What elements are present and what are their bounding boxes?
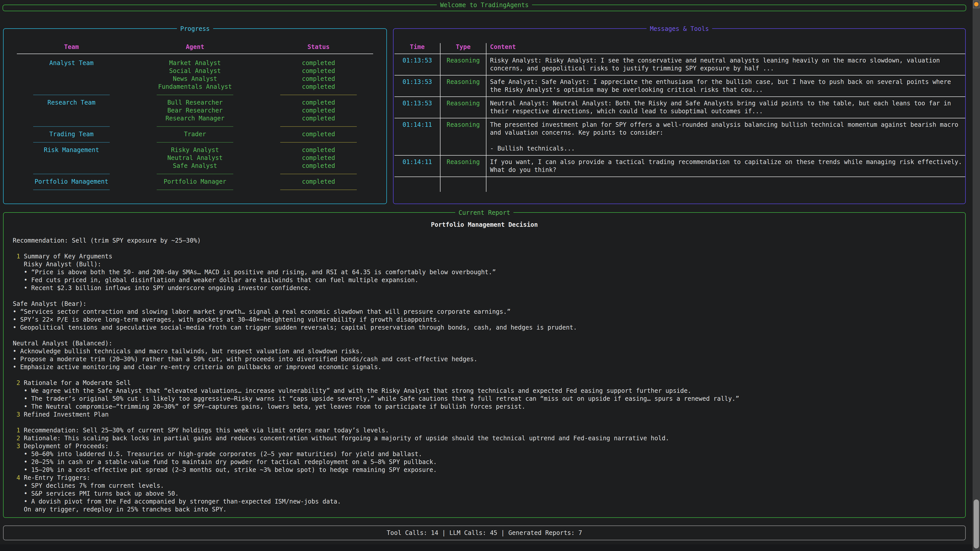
- progress-cell-team: [10, 106, 133, 114]
- message-type: Reasoning: [441, 118, 487, 156]
- report-line: Recommendation: Sell (trim SPY exposure …: [13, 237, 965, 245]
- report-line-number: 2: [13, 435, 20, 442]
- report-line: • S&P services PMI turns back up above 5…: [13, 490, 965, 498]
- progress-header-status: Status: [257, 43, 380, 51]
- footer-stats-text: Tool Calls: 14 | LLM Calls: 45 | Generat…: [387, 529, 582, 537]
- messages-panel: Messages & Tools Time Type Content 01:13…: [393, 28, 966, 204]
- progress-cell-agent: News Analyst: [133, 75, 257, 83]
- messages-table-tail: [395, 177, 965, 192]
- report-line: • “Price is above both the 50- and 200-d…: [13, 268, 965, 276]
- report-line: [13, 419, 965, 427]
- message-time: 01:13:53: [395, 54, 441, 76]
- report-line-number: 1: [13, 427, 20, 434]
- report-line: • We agree with the Safe Analyst that “e…: [13, 387, 965, 395]
- progress-row: Research TeamBull Researchercompleted: [10, 99, 380, 106]
- report-line: • Recent $2.3 billion inflows into SPY u…: [13, 284, 965, 292]
- scrollbar-track[interactable]: [973, 0, 980, 551]
- message-type: Reasoning: [441, 76, 487, 97]
- bottom-edge: [0, 545, 973, 551]
- messages-panel-title: Messages & Tools: [646, 25, 712, 33]
- tail-cell: [487, 177, 965, 192]
- progress-cell-agent: Social Analyst: [133, 67, 257, 75]
- message-content: If you want, I can also provide a tactic…: [487, 156, 965, 177]
- message-type: Reasoning: [441, 156, 487, 177]
- report-numbered-line: 4 Re-Entry Triggers:: [13, 474, 965, 482]
- progress-header-separator: [17, 54, 373, 54]
- report-numbered-line: 2 Rationale: This scaling back locks in …: [13, 434, 965, 442]
- messages-header-time: Time: [395, 43, 441, 54]
- report-line: [13, 332, 965, 340]
- progress-cell-status: completed: [257, 154, 380, 162]
- message-time: 01:13:53: [395, 76, 441, 97]
- message-content: The presented investment plan for SPY of…: [487, 118, 965, 156]
- messages-header-content: Content: [487, 43, 965, 54]
- progress-cell-status: completed: [257, 162, 380, 170]
- report-line: On any trigger, redeploy in 25% tranches…: [13, 506, 965, 513]
- progress-cell-team: Trading Team: [10, 130, 133, 138]
- report-numbered-line: 1 Summary of Key Arguments: [13, 252, 965, 260]
- progress-row: Portfolio ManagementPortfolio Managercom…: [10, 178, 380, 186]
- report-line-number: 3: [13, 443, 20, 450]
- report-line: • Acknowledge bullish technicals and mac…: [13, 348, 965, 355]
- message-time: 01:14:11: [395, 156, 441, 177]
- report-line: • The trader’s original 50% cut is likel…: [13, 395, 965, 403]
- welcome-panel: Welcome to TradingAgents: [3, 5, 966, 11]
- report-numbered-line: 3 Deployment of Proceeds:: [13, 442, 965, 450]
- progress-cell-team: Portfolio Management: [10, 178, 133, 186]
- messages-table: Time Type Content 01:13:53ReasoningRisky…: [393, 29, 965, 192]
- progress-cell-team: [10, 114, 133, 122]
- report-line: Neutral Analyst (Balanced):: [13, 340, 965, 348]
- progress-group-separator: [10, 186, 380, 194]
- progress-cell-status: completed: [257, 59, 380, 67]
- message-type: Reasoning: [441, 97, 487, 118]
- report-line: • SPY’s 22× P/E is above long-term avera…: [13, 316, 965, 324]
- report-line: [13, 292, 965, 300]
- scroll-indicator: [973, 0, 980, 8]
- report-line: • Geopolitical tensions and speculative …: [13, 324, 965, 332]
- report-lines: Recommendation: Sell (trim SPY exposure …: [3, 237, 965, 513]
- message-content: Neutral Analyst: Neutral Analyst: Both t…: [487, 97, 965, 118]
- progress-panel: Progress Team Agent Status Analyst TeamM…: [3, 28, 387, 204]
- report-line: Safe Analyst (Bear):: [13, 300, 965, 308]
- progress-cell-agent: Bull Researcher: [133, 99, 257, 106]
- tail-cell: [441, 177, 487, 192]
- progress-cell-team: [10, 162, 133, 170]
- progress-header-agent: Agent: [133, 43, 257, 51]
- report-numbered-line: 1 Recommendation: Sell 25–30% of current…: [13, 427, 965, 434]
- progress-row: Risk ManagementRisky Analystcompleted: [10, 146, 380, 154]
- message-row: 01:13:53ReasoningSafe Analyst: Safe Anal…: [395, 76, 965, 97]
- progress-cell-agent: Portfolio Manager: [133, 178, 257, 186]
- report-heading: Portfolio Management Decision: [3, 221, 965, 229]
- scrollbar-thumb[interactable]: [974, 499, 979, 548]
- messages-table-header: Time Type Content: [395, 43, 965, 54]
- report-line: [13, 371, 965, 379]
- report-line-number: 4: [13, 474, 20, 481]
- report-line: • SPY declines 7% from current levels.: [13, 482, 965, 490]
- progress-row: Research Managercompleted: [10, 114, 380, 122]
- progress-group-separator: [10, 170, 380, 178]
- progress-cell-team: Analyst Team: [10, 59, 133, 67]
- progress-row: Safe Analystcompleted: [10, 162, 380, 170]
- message-content: Risky Analyst: Risky Analyst: I see the …: [487, 54, 965, 76]
- messages-table-body: 01:13:53ReasoningRisky Analyst: Risky An…: [395, 54, 965, 192]
- message-time: 01:14:11: [395, 118, 441, 156]
- report-panel-title: Current Report: [455, 209, 514, 217]
- progress-row: Social Analystcompleted: [10, 67, 380, 75]
- progress-table-header: Team Agent Status: [10, 43, 380, 51]
- progress-cell-team: [10, 83, 133, 91]
- progress-cell-team: [10, 75, 133, 83]
- report-line: • The Neutral compromise—“trimming 20–30…: [13, 403, 965, 411]
- message-row: 01:14:11ReasoningThe presented investmen…: [395, 118, 965, 156]
- report-line: Risky Analyst (Bull):: [13, 260, 965, 268]
- report-numbered-line: 3 Refined Investment Plan: [13, 411, 965, 419]
- progress-cell-team: [10, 154, 133, 162]
- report-line: [13, 245, 965, 252]
- progress-cell-status: completed: [257, 83, 380, 91]
- progress-cell-status: completed: [257, 75, 380, 83]
- progress-cell-team: Research Team: [10, 99, 133, 106]
- progress-cell-status: completed: [257, 99, 380, 106]
- progress-group-separator: [10, 122, 380, 130]
- progress-header-team: Team: [10, 43, 133, 51]
- report-line-number: 1: [13, 253, 20, 260]
- progress-cell-status: completed: [257, 67, 380, 75]
